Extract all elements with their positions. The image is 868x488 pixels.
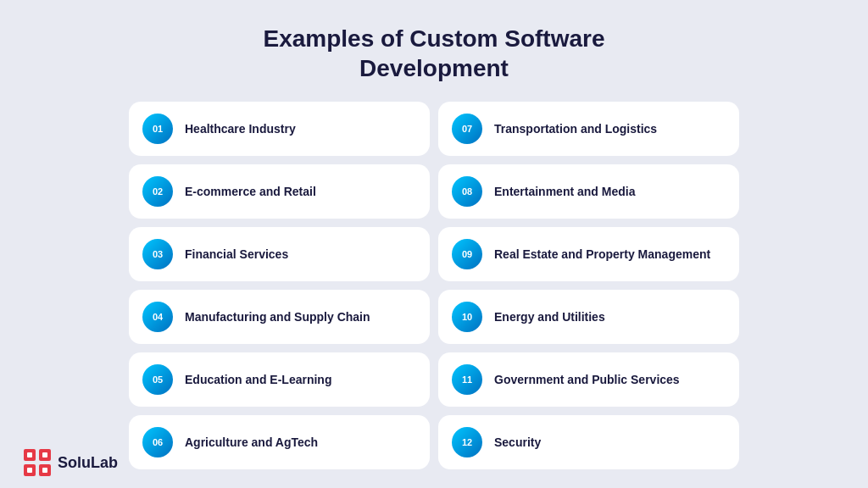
item-label: Real Estate and Property Management xyxy=(494,247,710,262)
item-badge: 11 xyxy=(452,364,482,395)
list-item: 08Entertainment and Media xyxy=(438,164,739,219)
list-item: 03Financial Services xyxy=(129,227,430,281)
page-title: Examples of Custom Software Development xyxy=(264,24,605,83)
item-badge: 02 xyxy=(142,176,173,207)
list-item: 05Education and E-Learning xyxy=(129,352,430,407)
svg-rect-4 xyxy=(27,452,32,458)
logo-icon xyxy=(24,449,51,476)
item-label: Entertainment and Media xyxy=(494,184,635,199)
list-item: 07Transportation and Logistics xyxy=(438,102,739,156)
item-label: Healthcare Industry xyxy=(185,121,296,136)
svg-rect-7 xyxy=(42,468,47,473)
item-badge: 08 xyxy=(452,176,482,207)
list-item: 10Energy and Utilities xyxy=(438,290,739,344)
list-item: 06Agriculture and AgTech xyxy=(129,415,430,469)
item-label: Agriculture and AgTech xyxy=(185,435,318,450)
item-badge: 10 xyxy=(452,302,482,332)
item-badge: 04 xyxy=(142,302,173,332)
item-label: Energy and Utilities xyxy=(494,309,605,324)
list-item: 12Security xyxy=(438,415,739,469)
list-item: 04Manufacturing and Supply Chain xyxy=(129,290,430,344)
logo-area: SoluLab xyxy=(24,449,118,476)
item-badge: 07 xyxy=(452,114,482,144)
item-badge: 12 xyxy=(452,427,482,458)
item-label: E-commerce and Retail xyxy=(185,184,316,199)
svg-rect-6 xyxy=(27,468,32,473)
item-badge: 03 xyxy=(142,239,173,269)
item-label: Education and E-Learning xyxy=(185,372,331,387)
items-grid: 01Healthcare Industry07Transportation an… xyxy=(129,102,739,469)
list-item: 01Healthcare Industry xyxy=(129,102,430,156)
item-label: Government and Public Services xyxy=(494,372,680,387)
item-badge: 01 xyxy=(142,114,173,144)
item-label: Security xyxy=(494,435,541,450)
item-label: Manufacturing and Supply Chain xyxy=(185,309,370,324)
item-label: Financial Services xyxy=(185,247,288,262)
item-badge: 05 xyxy=(142,364,173,395)
item-label: Transportation and Logistics xyxy=(494,121,657,136)
list-item: 11Government and Public Services xyxy=(438,352,739,407)
item-badge: 09 xyxy=(452,239,482,269)
list-item: 02E-commerce and Retail xyxy=(129,164,430,219)
list-item: 09Real Estate and Property Management xyxy=(438,227,739,281)
svg-rect-5 xyxy=(42,452,47,458)
item-badge: 06 xyxy=(142,427,173,458)
logo-text: SoluLab xyxy=(58,454,118,472)
